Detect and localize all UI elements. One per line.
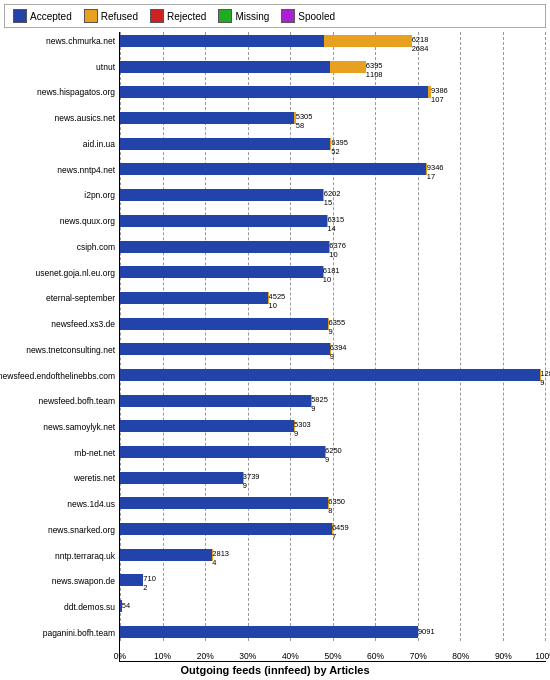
refused-value: 52 bbox=[331, 147, 348, 156]
table-row: 58259 bbox=[120, 392, 546, 410]
bar-segments bbox=[120, 472, 546, 484]
missing-label: Missing bbox=[235, 11, 269, 22]
refused-value: 14 bbox=[327, 224, 344, 233]
y-label: news.hispagatos.org bbox=[4, 83, 119, 101]
bar-segments bbox=[120, 112, 546, 124]
legend-spooled: Spooled bbox=[281, 9, 335, 23]
legend-missing: Missing bbox=[218, 9, 269, 23]
bar-accepted bbox=[120, 163, 426, 175]
accepted-value: 6202 bbox=[324, 189, 341, 198]
bar-refused bbox=[324, 35, 412, 47]
bar-segments bbox=[120, 395, 546, 407]
y-label: aid.in.ua bbox=[4, 135, 119, 153]
refused-value: 107 bbox=[431, 95, 448, 104]
y-label: utnut bbox=[4, 58, 119, 76]
spooled-label: Spooled bbox=[298, 11, 335, 22]
bar-accepted bbox=[120, 35, 324, 47]
y-label: ddt.demos.su bbox=[4, 598, 119, 616]
accepted-value: 6181 bbox=[323, 266, 340, 275]
y-label: news.swapon.de bbox=[4, 572, 119, 590]
x-axis-label: 60% bbox=[367, 651, 384, 661]
y-label: news.samoylyk.net bbox=[4, 418, 119, 436]
accepted-value: 6459 bbox=[332, 523, 349, 532]
bar-segments bbox=[120, 292, 546, 304]
bar-accepted bbox=[120, 343, 330, 355]
bar-value: 639552 bbox=[331, 138, 348, 156]
bar-segments bbox=[120, 549, 546, 561]
y-label: nntp.terraraq.uk bbox=[4, 547, 119, 565]
spooled-color bbox=[281, 9, 295, 23]
table-row: 934617 bbox=[120, 160, 546, 178]
bar-value: 530558 bbox=[296, 112, 313, 130]
bar-value: 620215 bbox=[324, 189, 341, 207]
bar-segments bbox=[120, 369, 546, 381]
table-row: 63949 bbox=[120, 340, 546, 358]
legend: Accepted Refused Rejected Missing Spoole… bbox=[4, 4, 546, 28]
y-label: news.nntp4.net bbox=[4, 161, 119, 179]
bar-value: 7102 bbox=[143, 574, 156, 592]
accepted-value: 9386 bbox=[431, 86, 448, 95]
bar-value: 28134 bbox=[212, 549, 229, 567]
bars-wrapper: 6218268463951108938610753055863955293461… bbox=[120, 32, 546, 641]
missing-color bbox=[218, 9, 232, 23]
accepted-color bbox=[13, 9, 27, 23]
bar-value: 58259 bbox=[311, 395, 328, 413]
y-label: news.snarked.org bbox=[4, 521, 119, 539]
y-label: newsfeed.bofh.team bbox=[4, 392, 119, 410]
bar-value: 9386107 bbox=[431, 86, 448, 104]
bar-segments bbox=[120, 86, 546, 98]
accepted-value: 2813 bbox=[212, 549, 229, 558]
bar-value: 63559 bbox=[329, 318, 346, 336]
accepted-label: Accepted bbox=[30, 11, 72, 22]
table-row: 452510 bbox=[120, 289, 546, 307]
legend-refused: Refused bbox=[84, 9, 138, 23]
accepted-value: 6218 bbox=[412, 35, 429, 44]
refused-value: 10 bbox=[323, 275, 340, 284]
bars-and-grid: 6218268463951108938610753055863955293461… bbox=[119, 32, 546, 662]
accepted-value: 9346 bbox=[427, 163, 444, 172]
bar-value: 9091 bbox=[418, 626, 435, 638]
bar-value: 54 bbox=[122, 600, 130, 612]
bar-value: 64597 bbox=[332, 523, 349, 541]
bar-accepted bbox=[120, 497, 328, 509]
y-label: eternal-september bbox=[4, 289, 119, 307]
bar-value: 53039 bbox=[294, 420, 311, 438]
y-label: newsfeed.xs3.de bbox=[4, 315, 119, 333]
bar-segments bbox=[120, 163, 546, 175]
bar-value: 62182684 bbox=[412, 35, 429, 53]
x-axis-label: 80% bbox=[452, 651, 469, 661]
accepted-value: 6394 bbox=[330, 343, 347, 352]
bar-accepted bbox=[120, 266, 323, 278]
bar-accepted bbox=[120, 86, 428, 98]
x-axis-label: 70% bbox=[410, 651, 427, 661]
table-row: 618110 bbox=[120, 263, 546, 281]
table-row: 53039 bbox=[120, 417, 546, 435]
y-label: news.chmurka.net bbox=[4, 32, 119, 50]
bars-section: news.chmurka.netutnutnews.hispagatos.org… bbox=[4, 32, 546, 662]
table-row: 63508 bbox=[120, 494, 546, 512]
refused-value: 9 bbox=[311, 404, 328, 413]
bar-value: 452510 bbox=[269, 292, 286, 310]
table-row: 7102 bbox=[120, 571, 546, 589]
accepted-value: 6355 bbox=[329, 318, 346, 327]
bar-segments bbox=[120, 574, 546, 586]
bar-accepted bbox=[120, 549, 212, 561]
refused-value: 17 bbox=[427, 172, 444, 181]
accepted-value: 5303 bbox=[294, 420, 311, 429]
bar-value: 63508 bbox=[328, 497, 345, 515]
accepted-value: 5305 bbox=[296, 112, 313, 121]
y-label: i2pn.org bbox=[4, 186, 119, 204]
y-label: usenet.goja.nl.eu.org bbox=[4, 264, 119, 282]
bar-value: 637610 bbox=[329, 241, 346, 259]
accepted-value: 6250 bbox=[325, 446, 342, 455]
bar-accepted bbox=[120, 395, 311, 407]
bar-accepted bbox=[120, 523, 332, 535]
bar-accepted bbox=[120, 241, 329, 253]
rejected-label: Rejected bbox=[167, 11, 206, 22]
bar-accepted bbox=[120, 446, 325, 458]
refused-label: Refused bbox=[101, 11, 138, 22]
table-row: 54 bbox=[120, 597, 546, 615]
table-row: 37399 bbox=[120, 469, 546, 487]
refused-value: 9 bbox=[329, 327, 346, 336]
bar-accepted bbox=[120, 292, 268, 304]
